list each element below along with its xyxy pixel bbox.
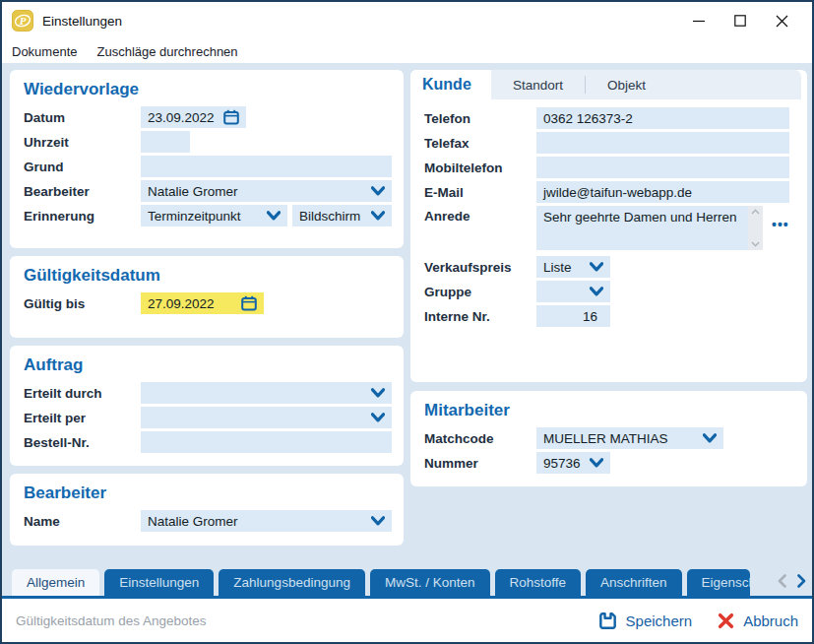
name-value: Natalie Gromer (148, 514, 238, 529)
kunde-card: Kunde Standort Objekt Telefon 0362 12637… (410, 70, 807, 382)
matchcode-value: MUELLER MATHIAS (543, 431, 668, 446)
verkaufspreis-value: Liste (543, 260, 572, 275)
auftrag-card: Auftrag Erteilt durch Erteilt per (10, 346, 404, 466)
grund-field[interactable] (141, 156, 392, 177)
chevron-down-icon (590, 458, 603, 468)
verkaufspreis-dropdown[interactable]: Liste (536, 256, 610, 278)
telefax-label: Telefax (420, 136, 536, 151)
interne-nr-label: Interne Nr. (420, 309, 536, 324)
bottom-tab-allgemein[interactable]: Allgemein (12, 569, 99, 596)
mitarbeiter-card: Mitarbeiter Matchcode MUELLER MATHIAS Nu… (410, 391, 807, 486)
uhrzeit-field[interactable] (141, 131, 190, 153)
chevron-down-icon (371, 211, 385, 221)
anrede-label: Anrede (420, 209, 536, 224)
bearbeiter-label: Bearbeiter (20, 184, 141, 199)
calendar-icon[interactable] (241, 295, 257, 311)
gueltig-bis-value: 27.09.2022 (148, 296, 215, 311)
calendar-icon[interactable] (223, 109, 239, 125)
chevron-down-icon (371, 388, 385, 398)
erteilt-per-dropdown[interactable] (141, 407, 392, 428)
tab-kunde[interactable]: Kunde (410, 70, 491, 99)
email-value: jwilde@taifun-webapp.de (543, 185, 692, 200)
bottom-tab-anschriften[interactable]: Anschriften (586, 569, 682, 596)
erinnerung-art-value: Bildschirm (299, 209, 360, 224)
minimize-icon[interactable] (678, 6, 720, 35)
datum-label: Datum (20, 110, 141, 125)
scroll-right-icon[interactable] (794, 571, 808, 591)
grund-label: Grund (20, 160, 141, 174)
status-hint: Gültigkeitsdatum des Angebotes (16, 613, 573, 628)
interne-nr-field[interactable]: 16 (536, 305, 610, 327)
tab-objekt[interactable]: Objekt (586, 70, 667, 99)
mobiltelefon-label: Mobiltelefon (420, 161, 536, 175)
erinnerung-zeitpunkt-value: Terminzeitpunkt (148, 209, 241, 224)
menubar: Dokumente Zuschläge durchrechnen (2, 39, 812, 63)
erteilt-durch-dropdown[interactable] (141, 382, 392, 404)
email-label: E-Mail (420, 185, 536, 200)
wiedervorlage-card: Wiedervorlage Datum 23.09.2022 Uhrzeit G… (10, 70, 404, 248)
bottom-tabstrip: Allgemein Einstellungen Zahlungsbedingun… (2, 568, 812, 599)
bottom-tab-einstellungen[interactable]: Einstellungen (104, 569, 214, 596)
matchcode-dropdown[interactable]: MUELLER MATHIAS (536, 427, 723, 449)
bestell-nr-field[interactable] (141, 431, 392, 453)
mobiltelefon-field[interactable] (536, 157, 789, 178)
telefon-label: Telefon (420, 111, 536, 126)
tab-standort[interactable]: Standort (491, 70, 585, 99)
tab-scroll-arrows (771, 568, 808, 593)
bearbeiter-value: Natalie Gromer (148, 184, 238, 199)
left-column: Wiedervorlage Datum 23.09.2022 Uhrzeit G… (10, 70, 404, 568)
anrede-value: Sehr geehrte Damen und Herren (543, 210, 737, 225)
bearbeiter-dropdown[interactable]: Natalie Gromer (141, 180, 392, 202)
telefon-value: 0362 126373-2 (543, 111, 633, 126)
save-button[interactable]: Speichern (598, 612, 693, 630)
erinnerung-art-dropdown[interactable]: Bildschirm (292, 205, 392, 226)
chevron-down-icon (590, 287, 603, 296)
settings-window: P Einstellungen Dokumente Zuschläge durc… (0, 0, 814, 644)
bestell-nr-label: Bestell-Nr. (20, 435, 141, 450)
cancel-button[interactable]: Abbruch (718, 612, 798, 629)
bottom-tab-mwst-konten[interactable]: MwSt. / Konten (370, 569, 490, 596)
telefax-field[interactable] (536, 132, 789, 154)
maximize-icon[interactable] (720, 6, 761, 35)
chevron-down-icon[interactable] (751, 241, 760, 247)
matchcode-label: Matchcode (420, 431, 536, 446)
save-floppy-icon (598, 612, 617, 630)
datum-value: 23.09.2022 (148, 110, 215, 125)
gueltig-bis-field[interactable]: 27.09.2022 (141, 292, 264, 314)
gruppe-label: Gruppe (420, 285, 536, 299)
gruppe-dropdown[interactable] (536, 281, 610, 302)
window-title: Einstellungen (42, 14, 122, 29)
menu-zuschlaege-durchrechnen[interactable]: Zuschläge durchrechnen (96, 44, 237, 59)
datum-field[interactable]: 23.09.2022 (141, 106, 246, 128)
cancel-label: Abbruch (743, 612, 798, 629)
ellipsis-button[interactable]: ••• (772, 217, 789, 232)
svg-text:P: P (20, 15, 27, 27)
chevron-up-icon[interactable] (751, 209, 760, 215)
titlebar: P Einstellungen (2, 2, 812, 39)
kunde-tabbar: Kunde Standort Objekt (410, 70, 801, 99)
gueltigkeitsdatum-heading: Gültigkeitsdatum (24, 266, 392, 286)
cancel-x-icon (718, 612, 734, 629)
app-logo-icon: P (12, 10, 33, 32)
close-icon[interactable] (761, 6, 802, 35)
anrede-scrollbar[interactable] (748, 206, 763, 250)
uhrzeit-label: Uhrzeit (20, 135, 141, 150)
wiedervorlage-heading: Wiedervorlage (24, 80, 392, 99)
bearbeiter-heading: Bearbeiter (24, 483, 392, 503)
chevron-down-icon (371, 413, 385, 422)
scroll-left-icon[interactable] (775, 571, 788, 591)
bottom-tab-eigenschaften[interactable]: Eigensch (687, 569, 750, 596)
bottom-tab-zahlungsbedingung[interactable]: Zahlungsbedingung (219, 569, 365, 596)
chevron-down-icon (371, 186, 385, 196)
nummer-dropdown[interactable]: 95736 (536, 452, 610, 474)
anrede-field[interactable]: Sehr geehrte Damen und Herren (536, 206, 763, 250)
nummer-label: Nummer (420, 456, 536, 471)
name-dropdown[interactable]: Natalie Gromer (141, 510, 392, 532)
erinnerung-zeitpunkt-dropdown[interactable]: Terminzeitpunkt (141, 205, 287, 226)
nummer-value: 95736 (543, 456, 581, 471)
name-label: Name (20, 514, 141, 529)
bottom-tab-rohstoffe[interactable]: Rohstoffe (495, 569, 582, 596)
email-field[interactable]: jwilde@taifun-webapp.de (536, 181, 789, 203)
menu-dokumente[interactable]: Dokumente (12, 44, 77, 59)
telefon-field[interactable]: 0362 126373-2 (536, 107, 789, 129)
